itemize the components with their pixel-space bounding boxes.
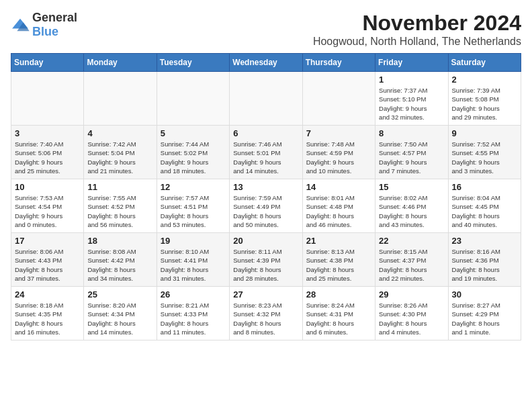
day-number: 30 [452,289,517,300]
day-cell: 27Sunrise: 8:23 AM Sunset: 4:32 PM Dayli… [230,287,302,340]
day-number: 26 [161,289,226,300]
day-cell: 22Sunrise: 8:15 AM Sunset: 4:37 PM Dayli… [375,233,448,287]
day-cell: 4Sunrise: 7:42 AM Sunset: 5:04 PM Daylig… [84,126,157,179]
page-header: General Blue November 2024 Hoogwoud, Nor… [11,11,521,48]
day-cell: 17Sunrise: 8:06 AM Sunset: 4:43 PM Dayli… [11,233,84,287]
day-info: Sunrise: 7:40 AM Sunset: 5:06 PM Dayligh… [15,140,80,175]
day-cell: 25Sunrise: 8:20 AM Sunset: 4:34 PM Dayli… [84,287,157,340]
day-cell [302,72,375,126]
day-cell [11,72,84,126]
day-number: 4 [87,128,152,138]
day-cell [157,72,229,126]
day-cell: 13Sunrise: 7:59 AM Sunset: 4:49 PM Dayli… [230,179,302,233]
day-number: 24 [15,289,80,300]
day-info: Sunrise: 7:42 AM Sunset: 5:04 PM Dayligh… [87,140,152,175]
day-info: Sunrise: 8:01 AM Sunset: 4:48 PM Dayligh… [306,193,371,229]
day-number: 12 [161,182,226,192]
day-info: Sunrise: 8:24 AM Sunset: 4:31 PM Dayligh… [306,301,371,336]
logo-icon [11,17,30,32]
day-number: 27 [233,289,298,300]
day-number: 25 [87,289,152,300]
day-info: Sunrise: 7:44 AM Sunset: 5:02 PM Dayligh… [161,140,226,175]
day-number: 23 [452,236,517,246]
day-number: 21 [306,236,371,246]
day-info: Sunrise: 8:04 AM Sunset: 4:45 PM Dayligh… [452,193,517,229]
week-row-3: 17Sunrise: 8:06 AM Sunset: 4:43 PM Dayli… [11,233,521,287]
header-thursday: Thursday [302,54,375,72]
day-cell: 12Sunrise: 7:57 AM Sunset: 4:51 PM Dayli… [157,179,229,233]
day-info: Sunrise: 8:15 AM Sunset: 4:37 PM Dayligh… [379,247,444,283]
calendar-body: 1Sunrise: 7:37 AM Sunset: 5:10 PM Daylig… [11,72,521,340]
day-cell: 7Sunrise: 7:48 AM Sunset: 4:59 PM Daylig… [302,126,375,179]
day-cell: 28Sunrise: 8:24 AM Sunset: 4:31 PM Dayli… [302,287,375,340]
day-number: 29 [379,289,444,300]
day-number: 6 [233,128,298,138]
header-wednesday: Wednesday [230,54,302,72]
day-number: 9 [452,128,517,138]
day-info: Sunrise: 7:37 AM Sunset: 5:10 PM Dayligh… [379,86,444,122]
header-sunday: Sunday [11,54,84,72]
day-info: Sunrise: 8:02 AM Sunset: 4:46 PM Dayligh… [379,193,444,229]
day-info: Sunrise: 7:53 AM Sunset: 4:54 PM Dayligh… [15,193,80,229]
day-number: 1 [379,75,444,85]
day-number: 2 [452,75,517,85]
day-info: Sunrise: 8:18 AM Sunset: 4:35 PM Dayligh… [15,301,80,336]
day-info: Sunrise: 8:16 AM Sunset: 4:36 PM Dayligh… [452,247,517,283]
day-info: Sunrise: 8:08 AM Sunset: 4:42 PM Dayligh… [87,247,152,283]
day-number: 3 [15,128,80,138]
logo: General Blue [11,11,77,39]
logo-blue: Blue [32,25,58,38]
day-cell [230,72,302,126]
main-title: November 2024 [313,11,521,36]
day-number: 11 [87,182,152,192]
day-number: 10 [15,182,80,192]
day-cell: 3Sunrise: 7:40 AM Sunset: 5:06 PM Daylig… [11,126,84,179]
day-number: 16 [452,182,517,192]
header-row: Sunday Monday Tuesday Wednesday Thursday… [11,54,521,72]
day-number: 13 [233,182,298,192]
day-info: Sunrise: 8:11 AM Sunset: 4:39 PM Dayligh… [233,247,298,283]
day-cell: 15Sunrise: 8:02 AM Sunset: 4:46 PM Dayli… [375,179,448,233]
day-number: 14 [306,182,371,192]
day-info: Sunrise: 7:39 AM Sunset: 5:08 PM Dayligh… [452,86,517,122]
logo-general: General [32,11,77,24]
subtitle: Hoogwoud, North Holland, The Netherlands [313,36,521,48]
day-cell: 24Sunrise: 8:18 AM Sunset: 4:35 PM Dayli… [11,287,84,340]
week-row-1: 3Sunrise: 7:40 AM Sunset: 5:06 PM Daylig… [11,126,521,179]
header-friday: Friday [375,54,448,72]
header-saturday: Saturday [448,54,521,72]
day-info: Sunrise: 8:26 AM Sunset: 4:30 PM Dayligh… [379,301,444,336]
calendar-header: Sunday Monday Tuesday Wednesday Thursday… [11,54,521,72]
day-info: Sunrise: 8:21 AM Sunset: 4:33 PM Dayligh… [161,301,226,336]
day-cell [84,72,157,126]
day-info: Sunrise: 8:23 AM Sunset: 4:32 PM Dayligh… [233,301,298,336]
day-info: Sunrise: 7:46 AM Sunset: 5:01 PM Dayligh… [233,140,298,175]
day-number: 18 [87,236,152,246]
header-tuesday: Tuesday [157,54,229,72]
day-info: Sunrise: 7:55 AM Sunset: 4:52 PM Dayligh… [87,193,152,229]
day-info: Sunrise: 7:52 AM Sunset: 4:55 PM Dayligh… [452,140,517,175]
header-monday: Monday [84,54,157,72]
day-cell: 14Sunrise: 8:01 AM Sunset: 4:48 PM Dayli… [302,179,375,233]
day-info: Sunrise: 8:10 AM Sunset: 4:41 PM Dayligh… [161,247,226,283]
day-cell: 11Sunrise: 7:55 AM Sunset: 4:52 PM Dayli… [84,179,157,233]
day-info: Sunrise: 7:50 AM Sunset: 4:57 PM Dayligh… [379,140,444,175]
day-cell: 29Sunrise: 8:26 AM Sunset: 4:30 PM Dayli… [375,287,448,340]
day-info: Sunrise: 8:06 AM Sunset: 4:43 PM Dayligh… [15,247,80,283]
week-row-0: 1Sunrise: 7:37 AM Sunset: 5:10 PM Daylig… [11,72,521,126]
day-cell: 6Sunrise: 7:46 AM Sunset: 5:01 PM Daylig… [230,126,302,179]
day-cell: 26Sunrise: 8:21 AM Sunset: 4:33 PM Dayli… [157,287,229,340]
day-cell: 23Sunrise: 8:16 AM Sunset: 4:36 PM Dayli… [448,233,521,287]
day-number: 7 [306,128,371,138]
day-cell: 8Sunrise: 7:50 AM Sunset: 4:57 PM Daylig… [375,126,448,179]
day-number: 19 [161,236,226,246]
day-info: Sunrise: 8:20 AM Sunset: 4:34 PM Dayligh… [87,301,152,336]
day-info: Sunrise: 7:48 AM Sunset: 4:59 PM Dayligh… [306,140,371,175]
day-info: Sunrise: 8:13 AM Sunset: 4:38 PM Dayligh… [306,247,371,283]
day-number: 15 [379,182,444,192]
day-cell: 30Sunrise: 8:27 AM Sunset: 4:29 PM Dayli… [448,287,521,340]
day-number: 8 [379,128,444,138]
calendar-table: Sunday Monday Tuesday Wednesday Thursday… [11,53,521,340]
day-number: 20 [233,236,298,246]
day-cell: 10Sunrise: 7:53 AM Sunset: 4:54 PM Dayli… [11,179,84,233]
